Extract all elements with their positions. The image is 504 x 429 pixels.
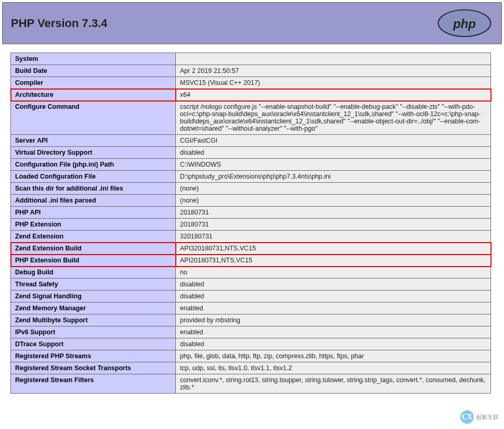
phpinfo-table: SystemBuild DateApr 2 2019 21:50:57Compi… bbox=[10, 53, 491, 394]
row-label: PHP Extension Build bbox=[11, 255, 176, 267]
row-label: IPv6 Support bbox=[11, 326, 176, 338]
table-row: Configuration File (php.ini) PathC:\WIND… bbox=[11, 159, 491, 171]
row-value: API320180731,NTS,VC15 bbox=[176, 243, 491, 255]
row-value: cscript /nologo configure.js "--enable-s… bbox=[176, 101, 491, 135]
page-title: PHP Version 7.3.4 bbox=[11, 17, 107, 30]
row-value: disabled bbox=[176, 338, 491, 350]
table-row: Debug Buildno bbox=[11, 267, 491, 279]
table-row: Zend Signal Handlingdisabled bbox=[11, 291, 491, 302]
table-row: PHP Extension BuildAPI20180731,NTS,VC15 bbox=[11, 255, 491, 267]
row-value: 320180731 bbox=[176, 231, 491, 243]
table-row: Scan this dir for additional .ini files(… bbox=[11, 183, 491, 195]
table-row: Zend Extension320180731 bbox=[11, 231, 491, 243]
row-label: Registered Stream Socket Transports bbox=[11, 362, 176, 374]
row-value: (none) bbox=[176, 195, 491, 207]
table-row: PHP API20180731 bbox=[11, 207, 491, 219]
row-value bbox=[176, 53, 491, 65]
row-label: Build Date bbox=[11, 65, 176, 77]
table-row: Configure Commandcscript /nologo configu… bbox=[11, 101, 491, 135]
row-value: API20180731,NTS,VC15 bbox=[176, 255, 491, 267]
table-row: Registered Stream Socket Transportstcp, … bbox=[11, 362, 491, 374]
row-label: Registered Stream Filters bbox=[11, 374, 176, 394]
row-label: Zend Signal Handling bbox=[11, 291, 176, 302]
table-row: IPv6 Supportenabled bbox=[11, 326, 491, 338]
table-row: System bbox=[11, 53, 491, 65]
row-value: no bbox=[176, 267, 491, 279]
table-row: Build DateApr 2 2019 21:50:57 bbox=[11, 65, 491, 77]
table-row: Architecturex64 bbox=[11, 89, 491, 101]
row-value: provided by mbstring bbox=[176, 314, 491, 326]
row-label: PHP API bbox=[11, 207, 176, 219]
phpinfo-header: PHP Version 7.3.4 php bbox=[2, 2, 502, 44]
row-value: disabled bbox=[176, 291, 491, 302]
row-label: Zend Multibyte Support bbox=[11, 314, 176, 326]
table-row: PHP Extension20180731 bbox=[11, 219, 491, 231]
row-label: Zend Extension bbox=[11, 231, 176, 243]
row-label: Compiler bbox=[11, 77, 176, 89]
row-value: D:\phpstudy_pro\Extensions\php\php7.3.4n… bbox=[176, 171, 491, 183]
row-value: (none) bbox=[176, 183, 491, 195]
row-value: disabled bbox=[176, 147, 491, 159]
row-value: tcp, udp, ssl, tls, tlsv1.0, tlsv1.1, tl… bbox=[176, 362, 491, 374]
row-label: Zend Memory Manager bbox=[11, 302, 176, 314]
table-row: Zend Extension BuildAPI320180731,NTS,VC1… bbox=[11, 243, 491, 255]
table-row: Registered PHP Streamsphp, file, glob, d… bbox=[11, 350, 491, 362]
row-value: disabled bbox=[176, 279, 491, 291]
row-label: PHP Extension bbox=[11, 219, 176, 231]
row-value: Apr 2 2019 21:50:57 bbox=[176, 65, 491, 77]
row-label: Additional .ini files parsed bbox=[11, 195, 176, 207]
row-value: 20180731 bbox=[176, 219, 491, 231]
row-value: php, file, glob, data, http, ftp, zip, c… bbox=[176, 350, 491, 362]
row-value: C:\WINDOWS bbox=[176, 159, 491, 171]
row-label: Server API bbox=[11, 135, 176, 147]
row-label: Zend Extension Build bbox=[11, 243, 176, 255]
row-value: MSVC15 (Visual C++ 2017) bbox=[176, 77, 491, 89]
row-label: DTrace Support bbox=[11, 338, 176, 350]
table-row: Loaded Configuration FileD:\phpstudy_pro… bbox=[11, 171, 491, 183]
row-label: Configuration File (php.ini) Path bbox=[11, 159, 176, 171]
row-value: convert.iconv.*, string.rot13, string.to… bbox=[176, 374, 491, 394]
row-value: enabled bbox=[176, 326, 491, 338]
row-label: Thread Safety bbox=[11, 279, 176, 291]
table-row: Additional .ini files parsed(none) bbox=[11, 195, 491, 207]
table-row: Server APICGI/FastCGI bbox=[11, 135, 491, 147]
table-row: CompilerMSVC15 (Visual C++ 2017) bbox=[11, 77, 491, 89]
row-value: 20180731 bbox=[176, 207, 491, 219]
row-label: System bbox=[11, 53, 176, 65]
row-label: Virtual Directory Support bbox=[11, 147, 176, 159]
table-row: Zend Multibyte Supportprovided by mbstri… bbox=[11, 314, 491, 326]
table-row: Thread Safetydisabled bbox=[11, 279, 491, 291]
table-row: Registered Stream Filtersconvert.iconv.*… bbox=[11, 374, 491, 394]
svg-text:php: php bbox=[453, 17, 476, 31]
row-label: Scan this dir for additional .ini files bbox=[11, 183, 176, 195]
row-label: Debug Build bbox=[11, 267, 176, 279]
row-label: Registered PHP Streams bbox=[11, 350, 176, 362]
table-row: DTrace Supportdisabled bbox=[11, 338, 491, 350]
php-logo-icon: php bbox=[436, 9, 493, 37]
row-label: Configure Command bbox=[11, 101, 176, 135]
table-row: Virtual Directory Supportdisabled bbox=[11, 147, 491, 159]
row-label: Architecture bbox=[11, 89, 176, 101]
row-value: x64 bbox=[176, 89, 491, 101]
row-label: Loaded Configuration File bbox=[11, 171, 176, 183]
row-value: CGI/FastCGI bbox=[176, 135, 491, 147]
table-row: Zend Memory Managerenabled bbox=[11, 302, 491, 314]
row-value: enabled bbox=[176, 302, 491, 314]
